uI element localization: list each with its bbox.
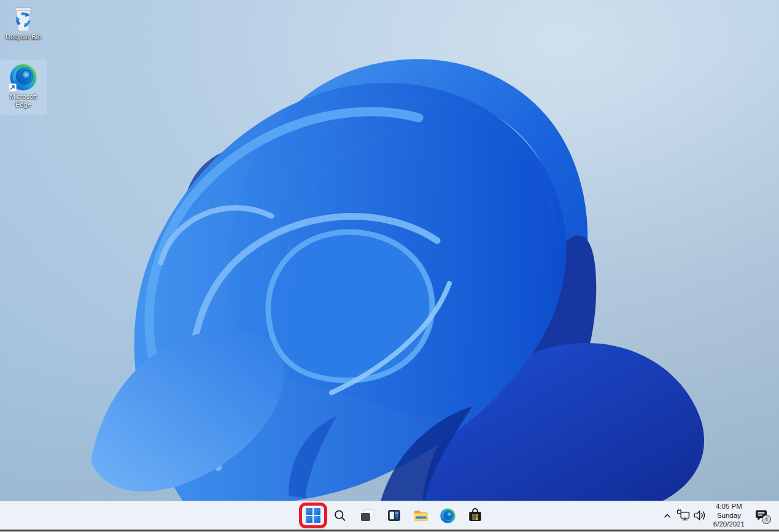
edge-taskbar-button[interactable] bbox=[436, 503, 460, 528]
desktop-icon-recycle-bin[interactable]: Recycle Bin bbox=[0, 1, 47, 41]
network-ethernet-icon bbox=[676, 508, 691, 523]
chevron-up-icon bbox=[661, 509, 674, 522]
desktop-icon-label: Microsoft Edge bbox=[1, 93, 45, 109]
desktop-icon-label: Recycle Bin bbox=[6, 33, 41, 41]
volume-button[interactable] bbox=[692, 503, 707, 528]
speaker-volume-icon bbox=[692, 508, 707, 523]
folder-icon bbox=[413, 507, 429, 523]
clock-time: 4:05 PM bbox=[713, 502, 745, 511]
system-tray: 4:05 PM Sunday 6/20/2021 4 bbox=[660, 501, 779, 530]
desktop-icon-microsoft-edge[interactable]: Microsoft Edge bbox=[0, 60, 47, 115]
notifications-button[interactable]: 4 bbox=[751, 503, 772, 528]
taskbar-center-buttons bbox=[301, 503, 487, 528]
microsoft-store-button[interactable] bbox=[463, 503, 487, 528]
microsoft-store-icon bbox=[467, 507, 483, 523]
notification-count-badge: 4 bbox=[762, 515, 771, 524]
search-icon bbox=[332, 508, 347, 523]
hidden-icons-button[interactable] bbox=[660, 503, 675, 528]
network-button[interactable] bbox=[676, 503, 691, 528]
windows-logo-icon bbox=[306, 508, 320, 523]
start-button[interactable] bbox=[301, 503, 325, 528]
widgets-icon bbox=[386, 507, 402, 523]
recycle-bin-icon bbox=[9, 4, 37, 33]
shortcut-arrow-icon bbox=[9, 83, 17, 91]
windows-11-desktop: Recycle Bin Microsoft Edge bbox=[0, 0, 779, 532]
clock-date: 6/20/2021 bbox=[713, 520, 745, 529]
file-explorer-button[interactable] bbox=[409, 503, 433, 528]
task-view-button[interactable] bbox=[355, 503, 379, 528]
screenshot-bottom-frame bbox=[0, 530, 779, 532]
edge-logo-icon bbox=[440, 507, 456, 524]
clock[interactable]: 4:05 PM Sunday 6/20/2021 bbox=[713, 502, 745, 529]
clock-day: Sunday bbox=[713, 511, 745, 520]
taskbar: 4:05 PM Sunday 6/20/2021 4 bbox=[0, 501, 779, 530]
widgets-button[interactable] bbox=[382, 503, 406, 528]
task-view-icon bbox=[359, 507, 375, 523]
wallpaper-bloom bbox=[0, 0, 779, 501]
search-button[interactable] bbox=[328, 503, 352, 528]
